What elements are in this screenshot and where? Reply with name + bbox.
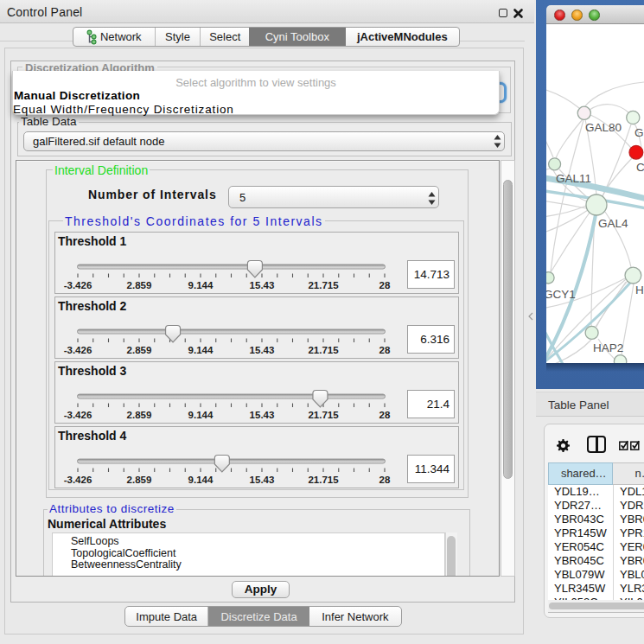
svg-text:2.859: 2.859: [127, 279, 152, 290]
svg-text:9.144: 9.144: [188, 409, 214, 419]
svg-text:21.715: 21.715: [308, 474, 339, 484]
svg-text:15.43: 15.43: [250, 279, 275, 290]
svg-text:21.715: 21.715: [308, 409, 339, 419]
svg-text:-3.426: -3.426: [64, 474, 92, 484]
svg-text:-3.426: -3.426: [64, 279, 92, 290]
svg-text:28: 28: [379, 409, 391, 419]
svg-text:HAP2: HAP2: [593, 341, 623, 354]
svg-text:-3.426: -3.426: [64, 344, 92, 354]
svg-text:9.144: 9.144: [188, 474, 214, 484]
svg-text:2.859: 2.859: [127, 344, 152, 354]
svg-text:GAL11: GAL11: [556, 172, 591, 185]
svg-text:28: 28: [379, 344, 391, 354]
svg-text:GAL80: GAL80: [585, 121, 622, 134]
svg-text:H: H: [635, 284, 644, 296]
svg-text:15.43: 15.43: [250, 344, 275, 354]
svg-text:15.43: 15.43: [250, 474, 275, 484]
svg-text:C: C: [636, 161, 644, 174]
svg-text:21.715: 21.715: [308, 279, 339, 290]
svg-text:G.: G.: [634, 126, 644, 139]
svg-text:28: 28: [379, 474, 391, 484]
svg-text:GCY1: GCY1: [546, 288, 576, 301]
svg-text:15.43: 15.43: [250, 409, 275, 419]
svg-text:GAL4: GAL4: [598, 217, 628, 230]
svg-text:21.715: 21.715: [308, 344, 339, 354]
svg-text:9.144: 9.144: [188, 279, 214, 290]
svg-text:-3.426: -3.426: [64, 409, 92, 419]
svg-text:2.859: 2.859: [127, 474, 152, 484]
svg-text:2.859: 2.859: [127, 409, 152, 419]
svg-text:9.144: 9.144: [188, 344, 214, 354]
svg-text:28: 28: [379, 279, 391, 290]
